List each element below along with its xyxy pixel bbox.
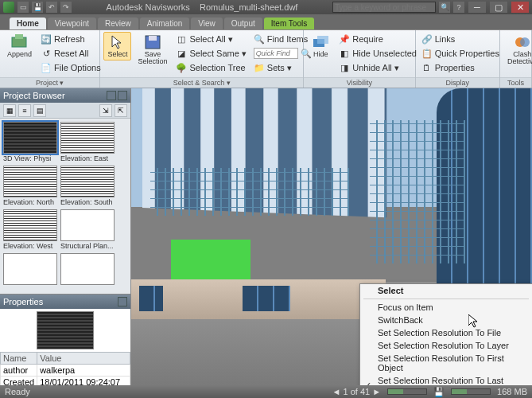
thumb-3d[interactable]: 3D View: Physi <box>3 122 57 162</box>
thumb-structural[interactable]: Structural Plan... <box>60 209 115 250</box>
page-nav[interactable]: ◄ 1 of 41 ► <box>332 387 382 396</box>
browser-pin-icon[interactable] <box>107 91 116 100</box>
properties-panel: Properties NameValue authorwalkerpa Crea… <box>0 294 130 385</box>
prop-min-icon[interactable] <box>118 297 127 306</box>
help-search-input[interactable] <box>332 2 436 13</box>
thumb-east[interactable]: Elevation: East <box>60 122 115 162</box>
svg-point-7 <box>520 37 530 47</box>
context-menu-item[interactable]: Set Selection Resolution To Layer <box>360 339 532 352</box>
reset-all-button[interactable]: ↺Reset All <box>38 46 103 60</box>
svg-rect-1 <box>15 34 23 39</box>
hide-unsel-icon: ◧ <box>339 48 350 59</box>
tab-review[interactable]: Review <box>98 18 138 29</box>
help-icon[interactable]: ? <box>453 2 464 13</box>
status-text: Ready <box>5 387 30 396</box>
thumb-extra-1[interactable] <box>3 253 57 285</box>
thumb-south[interactable]: Elevation: South <box>60 166 115 206</box>
cursor-icon <box>108 34 127 50</box>
browser-import-icon[interactable]: ⇲ <box>99 104 112 117</box>
project-browser-panel: Project Browser ▦ ≡ ▤ ⇲ ⇱ 3D View: Physi… <box>0 88 131 385</box>
file-options-icon: 📄 <box>41 62 52 73</box>
thumb-north[interactable]: Elevation: North <box>3 166 57 206</box>
hide-unselected-button[interactable]: ◧Hide Unselected <box>336 46 419 60</box>
quick-find-input[interactable] <box>254 48 298 59</box>
thumb-west[interactable]: Elevation: West <box>3 209 57 250</box>
qat-open-icon[interactable]: ▭ <box>17 2 29 13</box>
prop-col-name[interactable]: Name <box>1 353 37 365</box>
append-icon <box>10 34 29 50</box>
require-button[interactable]: 📌Require <box>336 32 419 46</box>
file-options-button[interactable]: 📄File Options <box>38 60 103 75</box>
panel-label-tools: Tools <box>500 77 531 88</box>
thumb-extra-2[interactable] <box>60 253 115 285</box>
title-bar: ▭ 💾 ↶ ↷ Autodesk Navisworks Romulus_mult… <box>0 0 532 14</box>
select-button[interactable]: Select <box>103 32 131 60</box>
append-button[interactable]: Append <box>3 32 36 60</box>
properties-button[interactable]: 🗒Properties <box>419 60 502 75</box>
lower-window <box>243 286 290 311</box>
links-icon: 🔗 <box>421 33 433 45</box>
cursor-icon <box>468 314 480 330</box>
tab-home[interactable]: Home <box>10 18 46 29</box>
quick-props-button[interactable]: 📋Quick Properties <box>419 46 502 60</box>
panel-tools: Clash Detective TimeLiner 🎬Presenter 🎞An… <box>500 30 532 88</box>
select-all-button[interactable]: ◫Select All ▾ <box>173 32 248 46</box>
svg-rect-5 <box>317 36 328 44</box>
browser-tool-2-icon[interactable]: ≡ <box>18 104 31 117</box>
panel-project: Append 🔄Refresh ↺Reset All 📄File Options… <box>0 30 100 88</box>
hide-button[interactable]: Hide <box>307 32 334 60</box>
minimize-button[interactable]: ─ <box>468 2 486 13</box>
links-button[interactable]: 🔗Links <box>419 32 502 46</box>
prop-col-value[interactable]: Value <box>37 353 130 365</box>
tab-item-tools[interactable]: Item Tools <box>264 18 314 29</box>
qat-undo-icon[interactable]: ↶ <box>46 2 57 13</box>
refresh-button[interactable]: 🔄Refresh <box>38 32 103 46</box>
unhide-all-button[interactable]: ◨Unhide All ▾ <box>336 60 419 75</box>
panel-label-project[interactable]: Project ▾ <box>0 77 99 88</box>
table-row[interactable]: authorwalkerpa <box>1 365 130 377</box>
tab-viewpoint[interactable]: Viewpoint <box>48 18 96 29</box>
properties-icon: 🗒 <box>421 62 433 73</box>
browser-export-icon[interactable]: ⇱ <box>115 104 127 117</box>
save-selection-button[interactable]: Save Selection <box>134 32 171 68</box>
panel-label-display: Display <box>416 77 499 88</box>
context-menu-item[interactable]: Select <box>360 284 532 297</box>
memory-usage: 168 MB <box>497 387 527 396</box>
panel-label-select[interactable]: Select & Search ▾ <box>100 77 303 88</box>
select-same-button[interactable]: ◪Select Same ▾ <box>173 46 248 60</box>
close-button[interactable]: ✕ <box>511 2 529 13</box>
panel-display: 🔗Links 📋Quick Properties 🗒Properties Dis… <box>416 30 500 88</box>
tab-view[interactable]: View <box>191 18 223 29</box>
refresh-icon: 🔄 <box>41 33 52 45</box>
tab-animation[interactable]: Animation <box>140 18 189 29</box>
browser-tool-1-icon[interactable]: ▦ <box>3 104 16 117</box>
context-menu-item[interactable]: Set Selection Resolution To Last Object <box>360 374 532 385</box>
thumbnail-grid: 3D View: Physi Elevation: East Elevation… <box>0 119 130 294</box>
3d-viewport[interactable]: SelectFocus on ItemSwitchBackSet Selecti… <box>131 88 532 385</box>
unhide-icon: ◨ <box>339 62 350 73</box>
tab-output[interactable]: Output <box>224 18 262 29</box>
browser-header[interactable]: Project Browser <box>0 88 130 103</box>
properties-header[interactable]: Properties <box>0 295 130 309</box>
table-row[interactable]: Created18/01/2011 09:24:07 <box>1 377 130 386</box>
browser-toolbar: ▦ ≡ ▤ ⇲ ⇱ <box>0 103 130 119</box>
qat-save-icon[interactable]: 💾 <box>32 2 43 13</box>
browser-tool-3-icon[interactable]: ▤ <box>33 104 46 117</box>
context-menu-item[interactable]: Focus on Item <box>360 301 532 314</box>
lower-window <box>139 286 163 311</box>
qat-redo-icon[interactable]: ↷ <box>60 2 72 13</box>
progress-bar-2 <box>451 388 491 395</box>
browser-close-icon[interactable] <box>118 91 127 100</box>
disk-icon: 💾 <box>433 387 445 397</box>
context-menu-item[interactable]: SwitchBack <box>360 314 532 326</box>
context-menu-item[interactable]: Set Selection Resolution To First Object <box>360 352 532 374</box>
context-menu-item[interactable]: Set Selection Resolution To File <box>360 326 532 339</box>
require-icon: 📌 <box>339 33 350 45</box>
search-icon[interactable]: 🔍 <box>439 2 450 13</box>
hide-icon <box>311 34 330 50</box>
select-all-icon: ◫ <box>176 33 187 45</box>
clash-button[interactable]: Clash Detective <box>503 32 532 68</box>
maximize-button[interactable]: ▢ <box>490 2 507 13</box>
selection-tree-button[interactable]: 🌳Selection Tree <box>173 60 248 75</box>
context-menu: SelectFocus on ItemSwitchBackSet Selecti… <box>359 283 532 385</box>
